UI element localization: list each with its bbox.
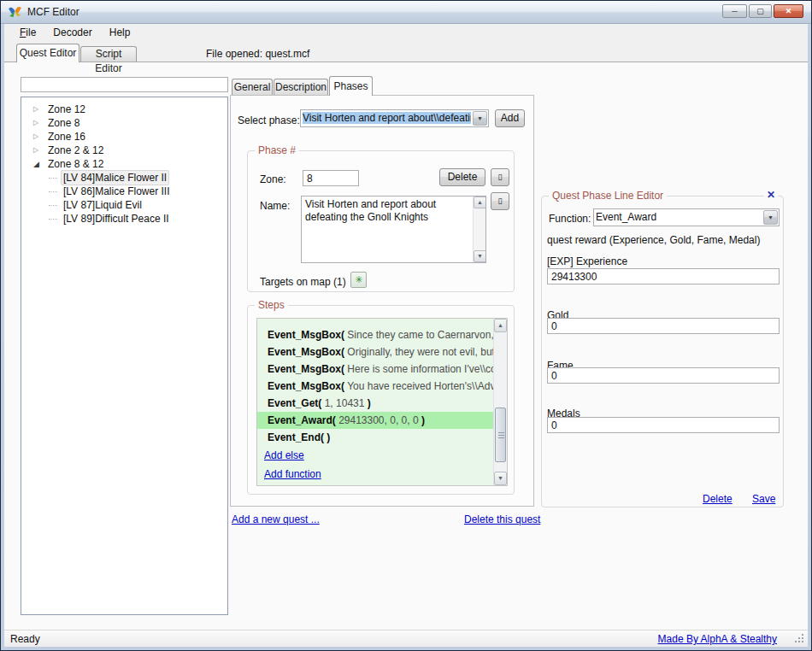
move-icon: ▯ <box>498 196 503 205</box>
step-row[interactable]: Event_MsgBox( Here is some information I… <box>257 361 493 378</box>
tree-item-label: Zone 2 & 12 <box>48 144 103 157</box>
phase-name-input[interactable]: Visit Horten and report about defeating … <box>301 196 486 263</box>
minimize-icon: ─ <box>732 7 737 15</box>
tree-connector <box>49 191 57 192</box>
tree-expand-icon[interactable]: ▷ <box>33 116 43 130</box>
move-down-button[interactable]: ▯ <box>491 192 509 210</box>
tree-item-label: [LV 89]Difficult Peace II <box>63 212 169 226</box>
steps-scrollbar[interactable]: ▲ ▼ <box>493 319 507 485</box>
step-row[interactable]: Event_Get( 1, 10431 ) <box>257 395 493 412</box>
function-label: Function: <box>549 213 591 225</box>
save-line-link[interactable]: Save <box>752 493 775 505</box>
add-new-quest-link[interactable]: Add a new quest ... <box>232 513 320 525</box>
close-icon: ✕ <box>786 7 792 15</box>
function-combobox-value: Event_Award <box>596 211 762 223</box>
tab-description[interactable]: Description <box>274 79 328 95</box>
field-input[interactable] <box>547 268 780 284</box>
tree-item-label: [LV 86]Malice Flower III <box>63 185 170 198</box>
add-phase-button[interactable]: Add <box>495 109 525 127</box>
search-input[interactable] <box>21 77 228 92</box>
field-input[interactable] <box>547 318 780 334</box>
tree-item-label: Zone 8 <box>48 116 79 130</box>
tab-general[interactable]: General <box>232 79 273 95</box>
scroll-up-icon[interactable]: ▲ <box>494 319 507 332</box>
tree-item-label: [LV 84]Malice Flower II <box>61 170 169 185</box>
tree-expand-icon[interactable]: ▷ <box>33 130 43 144</box>
status-bar: Ready Made By AlphA & Stealthy <box>4 630 808 647</box>
phase-combobox[interactable]: Visit Horten and report about\\defeating… <box>300 109 489 127</box>
delete-line-link[interactable]: Delete <box>703 493 733 505</box>
steps-list[interactable]: Event_MsgBox( Since they came to Caernar… <box>256 318 508 486</box>
function-combobox[interactable]: Event_Award ▼ <box>593 208 780 226</box>
move-up-button[interactable]: ▯ <box>491 168 509 186</box>
tree-connector <box>49 219 57 220</box>
file-opened-label: File opened: quest.mcf <box>206 48 309 60</box>
tree-item[interactable]: [LV 86]Malice Flower III <box>21 185 227 198</box>
credits-link[interactable]: Made By AlphA & Stealthy <box>658 633 777 645</box>
tree-item-label: Zone 8 & 12 <box>48 157 103 171</box>
tab-quest-editor[interactable]: Quest Editor <box>16 44 79 62</box>
app-icon <box>8 5 22 20</box>
zone-input[interactable] <box>303 170 359 186</box>
tree-item-label: Zone 12 <box>48 103 85 116</box>
delete-this-quest-link[interactable]: Delete this quest <box>464 513 540 525</box>
tab-script-editor[interactable]: Script Editor <box>80 46 137 62</box>
tree-connector <box>49 178 57 179</box>
title-bar[interactable]: MCF Editor ─ ▢ ✕ <box>1 1 811 24</box>
menu-item-help[interactable]: Help <box>101 24 139 41</box>
steps-group-title: Steps <box>255 299 288 311</box>
tab-phases[interactable]: Phases <box>329 76 373 96</box>
step-row[interactable]: Event_MsgBox( Since they came to Caernar… <box>257 326 493 343</box>
window-title: MCF Editor <box>27 6 79 18</box>
scroll-down-icon[interactable]: ▼ <box>494 472 507 485</box>
step-row[interactable]: Event_Award( 29413300, 0, 0, 0 ) <box>257 412 493 429</box>
phase-combobox-value: Visit Horten and report about\\defeating <box>303 112 471 124</box>
tree-item[interactable]: ◢Zone 8 & 12 <box>21 157 227 171</box>
phase-name-text: Visit Horten and report about defeating … <box>305 198 470 224</box>
field-input[interactable] <box>547 367 780 384</box>
field-input[interactable] <box>547 417 780 433</box>
tree-expand-icon[interactable]: ▷ <box>33 103 43 116</box>
function-description: quest reward (Experience, Gold, Fame, Me… <box>547 234 760 246</box>
steps-link[interactable]: Add else <box>264 449 493 465</box>
minimize-button[interactable]: ─ <box>722 4 747 18</box>
resize-grip[interactable] <box>802 641 803 642</box>
tree-connector <box>49 205 57 206</box>
menu-item-file[interactable]: File <box>11 24 44 41</box>
move-icon: ▯ <box>498 173 503 181</box>
phase-group-title: Phase # <box>255 144 299 156</box>
tree-collapse-icon[interactable]: ◢ <box>33 157 43 171</box>
line-editor-title: Quest Phase Line Editor <box>549 190 667 202</box>
tree-item[interactable]: ▷Zone 12 <box>21 103 227 116</box>
step-row[interactable]: Event_MsgBox( Originally, they were not … <box>257 343 493 361</box>
step-row[interactable]: Event_End( ) <box>257 429 493 446</box>
steps-group: Steps Event_MsgBox( Since they came to C… <box>247 305 515 495</box>
maximize-button[interactable]: ▢ <box>749 4 772 18</box>
tree-item[interactable]: [LV 89]Difficult Peace II <box>21 212 227 226</box>
chevron-down-icon[interactable]: ▼ <box>763 210 778 225</box>
close-editor-icon[interactable]: ✕ <box>764 189 778 201</box>
steps-link[interactable]: Add function <box>264 468 493 484</box>
scroll-up-icon[interactable]: ▲ <box>474 196 486 208</box>
app-window: MCF Editor ─ ▢ ✕ FileDecoderHelp Quest E… <box>0 0 812 651</box>
window-controls: ─ ▢ ✕ <box>722 4 803 18</box>
tree-item[interactable]: ▷Zone 8 <box>21 116 227 130</box>
tree-item[interactable]: ▷Zone 16 <box>21 130 227 144</box>
scrollbar-thumb[interactable] <box>495 408 506 462</box>
close-button[interactable]: ✕ <box>774 4 803 18</box>
line-editor-group: Quest Phase Line Editor ✕ Function: Even… <box>541 196 784 507</box>
targets-on-map-button[interactable]: ✳ <box>350 272 367 288</box>
tree-expand-icon[interactable]: ▷ <box>33 144 43 157</box>
tree-item[interactable]: ▷Zone 2 & 12 <box>21 144 227 157</box>
zone-tree[interactable]: ▷Zone 12▷Zone 8▷Zone 16▷Zone 2 & 12◢Zone… <box>21 97 228 615</box>
delete-phase-button[interactable]: Delete <box>439 168 485 186</box>
step-row[interactable]: Event_MsgBox( You have received Horten's… <box>257 378 493 395</box>
scroll-down-icon[interactable]: ▼ <box>474 250 486 262</box>
phase-group: Phase # Zone: Delete ▯ ▯ Name: Visit Hor… <box>247 150 515 292</box>
tree-item[interactable]: [LV 87]Liquid Evil <box>21 198 227 212</box>
tree-item[interactable]: [LV 84]Malice Flower II <box>21 171 227 185</box>
menu-item-decoder[interactable]: Decoder <box>44 24 100 41</box>
chevron-down-icon[interactable]: ▼ <box>473 111 487 126</box>
targets-label: Targets on map (1) <box>260 276 346 288</box>
select-phase-label: Select phase: <box>238 114 300 126</box>
